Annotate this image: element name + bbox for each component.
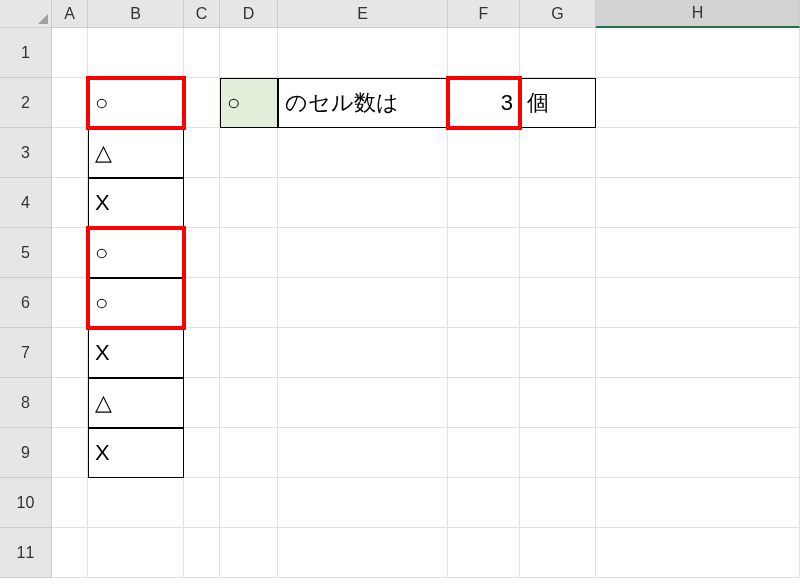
cell-A11[interactable] — [52, 528, 88, 578]
cell-A6[interactable] — [52, 278, 88, 328]
cell-E2[interactable]: のセル数は — [278, 78, 448, 128]
cell-G6[interactable] — [520, 278, 596, 328]
cell-C6[interactable] — [184, 278, 220, 328]
cell-B7[interactable]: X — [88, 328, 184, 378]
cell-E10[interactable] — [278, 478, 448, 528]
row-header-10[interactable]: 10 — [0, 478, 52, 528]
cell-G9[interactable] — [520, 428, 596, 478]
cell-H7[interactable] — [596, 328, 800, 378]
cell-C5[interactable] — [184, 228, 220, 278]
cell-F3[interactable] — [448, 128, 520, 178]
cell-F11[interactable] — [448, 528, 520, 578]
cell-A7[interactable] — [52, 328, 88, 378]
cell-D3[interactable] — [220, 128, 278, 178]
cell-E3[interactable] — [278, 128, 448, 178]
cell-F5[interactable] — [448, 228, 520, 278]
col-header-C[interactable]: C — [184, 0, 220, 28]
cell-D5[interactable] — [220, 228, 278, 278]
cell-G8[interactable] — [520, 378, 596, 428]
cell-A5[interactable] — [52, 228, 88, 278]
cell-A1[interactable] — [52, 28, 88, 78]
row-header-2[interactable]: 2 — [0, 78, 52, 128]
col-header-H[interactable]: H — [596, 0, 800, 28]
cell-H3[interactable] — [596, 128, 800, 178]
cell-F4[interactable] — [448, 178, 520, 228]
cell-D9[interactable] — [220, 428, 278, 478]
cell-A9[interactable] — [52, 428, 88, 478]
row-header-7[interactable]: 7 — [0, 328, 52, 378]
col-header-F[interactable]: F — [448, 0, 520, 28]
cell-H5[interactable] — [596, 228, 800, 278]
cell-E5[interactable] — [278, 228, 448, 278]
cell-A8[interactable] — [52, 378, 88, 428]
cell-H8[interactable] — [596, 378, 800, 428]
cell-C3[interactable] — [184, 128, 220, 178]
row-header-3[interactable]: 3 — [0, 128, 52, 178]
cell-C9[interactable] — [184, 428, 220, 478]
cell-E9[interactable] — [278, 428, 448, 478]
cell-C11[interactable] — [184, 528, 220, 578]
row-header-9[interactable]: 9 — [0, 428, 52, 478]
cell-A3[interactable] — [52, 128, 88, 178]
cell-E4[interactable] — [278, 178, 448, 228]
cell-F7[interactable] — [448, 328, 520, 378]
cell-G1[interactable] — [520, 28, 596, 78]
cell-F2[interactable]: 3 — [448, 78, 520, 128]
col-header-A[interactable]: A — [52, 0, 88, 28]
cell-E1[interactable] — [278, 28, 448, 78]
cell-B10[interactable] — [88, 478, 184, 528]
col-header-E[interactable]: E — [278, 0, 448, 28]
cell-H9[interactable] — [596, 428, 800, 478]
cell-B8[interactable]: △ — [88, 378, 184, 428]
cell-C4[interactable] — [184, 178, 220, 228]
cell-G3[interactable] — [520, 128, 596, 178]
cell-G10[interactable] — [520, 478, 596, 528]
cell-H6[interactable] — [596, 278, 800, 328]
cell-A10[interactable] — [52, 478, 88, 528]
cell-E8[interactable] — [278, 378, 448, 428]
cell-D1[interactable] — [220, 28, 278, 78]
cell-H2[interactable] — [596, 78, 800, 128]
cell-D2[interactable]: ○ — [220, 78, 278, 128]
cell-G11[interactable] — [520, 528, 596, 578]
row-header-1[interactable]: 1 — [0, 28, 52, 78]
cell-F6[interactable] — [448, 278, 520, 328]
cell-B11[interactable] — [88, 528, 184, 578]
cell-C2[interactable] — [184, 78, 220, 128]
row-header-8[interactable]: 8 — [0, 378, 52, 428]
cell-B3[interactable]: △ — [88, 128, 184, 178]
cell-B4[interactable]: X — [88, 178, 184, 228]
cell-H11[interactable] — [596, 528, 800, 578]
cell-E6[interactable] — [278, 278, 448, 328]
col-header-D[interactable]: D — [220, 0, 278, 28]
cell-G5[interactable] — [520, 228, 596, 278]
cell-E7[interactable] — [278, 328, 448, 378]
row-header-4[interactable]: 4 — [0, 178, 52, 228]
cell-C10[interactable] — [184, 478, 220, 528]
cell-E11[interactable] — [278, 528, 448, 578]
select-all-corner[interactable] — [0, 0, 52, 28]
cell-G7[interactable] — [520, 328, 596, 378]
cell-B5[interactable]: ○ — [88, 228, 184, 278]
cell-H1[interactable] — [596, 28, 800, 78]
cell-F9[interactable] — [448, 428, 520, 478]
cell-A2[interactable] — [52, 78, 88, 128]
cell-D4[interactable] — [220, 178, 278, 228]
col-header-G[interactable]: G — [520, 0, 596, 28]
col-header-B[interactable]: B — [88, 0, 184, 28]
cell-B1[interactable] — [88, 28, 184, 78]
cell-A4[interactable] — [52, 178, 88, 228]
cell-D6[interactable] — [220, 278, 278, 328]
cell-G2[interactable]: 個 — [520, 78, 596, 128]
row-header-11[interactable]: 11 — [0, 528, 52, 578]
cell-F8[interactable] — [448, 378, 520, 428]
cell-D10[interactable] — [220, 478, 278, 528]
cell-C8[interactable] — [184, 378, 220, 428]
cell-C7[interactable] — [184, 328, 220, 378]
cell-B6[interactable]: ○ — [88, 278, 184, 328]
cell-F10[interactable] — [448, 478, 520, 528]
cell-B2[interactable]: ○ — [88, 78, 184, 128]
cell-D11[interactable] — [220, 528, 278, 578]
cell-C1[interactable] — [184, 28, 220, 78]
cell-H10[interactable] — [596, 478, 800, 528]
